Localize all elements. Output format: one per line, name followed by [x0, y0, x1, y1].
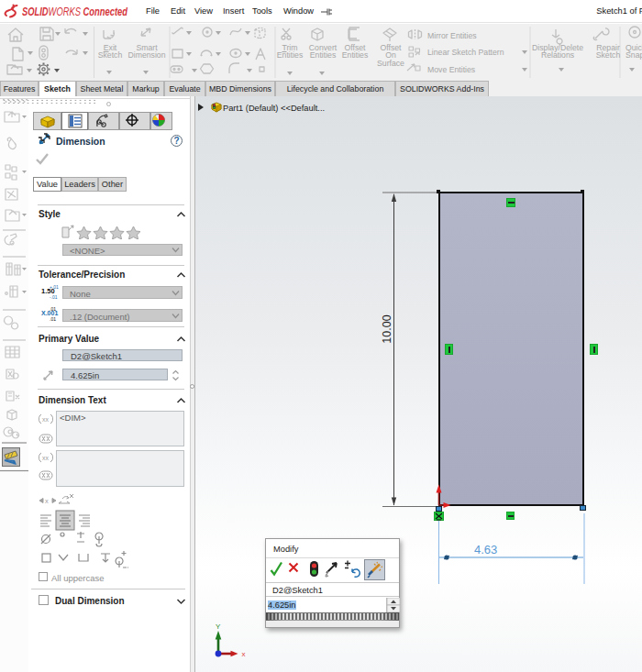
svg-text:x: x	[242, 650, 246, 658]
svg-text:Y: Y	[216, 622, 221, 631]
